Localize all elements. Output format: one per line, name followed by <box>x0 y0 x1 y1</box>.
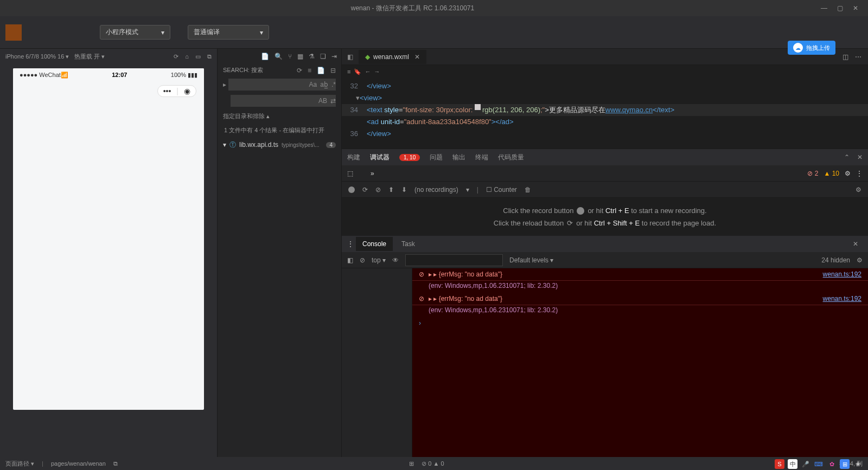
word-icon[interactable]: ab̲ <box>320 81 328 88</box>
gear-icon[interactable]: ⚙ <box>857 256 863 264</box>
scene-icon[interactable]: ⊞ <box>409 460 414 467</box>
devtools-top-tabs: 构建 调试器 1, 10 问题 输出 终端 代码质量 ⌃ ✕ <box>342 149 868 165</box>
performance-toolbar: ⟳ ⊘ ⬆ ⬇ (no recordings)▾ | ☐ Counter 🗑 ⚙ <box>342 182 868 198</box>
rotate-icon[interactable]: ▭ <box>195 53 201 60</box>
more-tabs-icon[interactable]: » <box>371 170 374 177</box>
search-icon[interactable]: 🔍 <box>275 53 283 60</box>
refresh-icon[interactable]: ⟳ <box>174 53 178 60</box>
regex-icon[interactable]: .* <box>331 81 336 88</box>
devtools-sub-tabs: ⬚ » ⊘ 2 ▲ 10 ⚙ ⋮ <box>342 165 868 182</box>
upload-badge[interactable]: ☁拖拽上传 <box>788 41 835 55</box>
tab-task[interactable]: Task <box>395 237 422 251</box>
window-title: wenan - 微信开发者工具 RC 1.06.2310071 <box>4 4 821 13</box>
gear-icon[interactable]: ⚙ <box>845 170 851 177</box>
badge-errors: 1, 10 <box>399 154 420 161</box>
popout-icon[interactable]: ⧉ <box>207 53 212 60</box>
status-path[interactable]: pages/wenan/wenan <box>51 460 106 467</box>
layers-icon[interactable]: ❏ <box>320 53 326 60</box>
search-pane: 📄 🔍 ⑂ ▦ ⚗ ❏ ⇥ SEARCH: 搜索 ⟳ ≡ 📄 ⊟ ▸ Aaab̲… <box>217 49 342 457</box>
chevron-down-icon: ▾ <box>223 141 226 149</box>
bookmark-icon[interactable]: 🔖 <box>354 68 361 75</box>
chevron-right-icon[interactable]: ▸ <box>223 81 226 88</box>
tab-output[interactable]: 输出 <box>452 153 465 162</box>
list-icon[interactable]: ≡ <box>347 68 350 75</box>
eye-icon[interactable]: 👁 <box>392 256 399 264</box>
tab-debugger[interactable]: 调试器 <box>370 153 390 162</box>
grid-icon[interactable]: ▦ <box>297 53 303 60</box>
device-select[interactable]: iPhone 6/7/8 100% 16 ▾ <box>5 53 69 60</box>
clear-search-icon[interactable]: ≡ <box>308 67 311 74</box>
tab-quality[interactable]: 代码质量 <box>498 153 524 162</box>
clear-icon[interactable]: ⊘ <box>375 186 381 194</box>
case-icon[interactable]: Aa <box>309 81 317 88</box>
record-icon[interactable] <box>348 186 355 193</box>
back-icon[interactable]: ← <box>365 68 371 75</box>
close-icon[interactable]: ✕ <box>853 4 858 12</box>
context-select[interactable]: top ▾ <box>372 256 386 264</box>
beaker-icon[interactable]: ⚗ <box>309 53 315 60</box>
forward-icon[interactable]: → <box>374 68 380 75</box>
gear-icon[interactable]: ⚙ <box>856 186 861 194</box>
tab-problems[interactable]: 问题 <box>430 153 443 162</box>
file-icon[interactable]: 📄 <box>261 53 269 60</box>
editor-tab[interactable]: ◆ wenan.wxml ✕ <box>359 50 426 64</box>
chevron-up-icon[interactable]: ⌃ <box>844 153 850 161</box>
minimize-icon[interactable]: — <box>821 4 827 12</box>
status-bar: 页面路径 ▾ | pages/wenan/wenan ⧉ ⊞ ⊘ 0 ▲ 0 行… <box>0 457 868 470</box>
close-tab-icon[interactable]: ✕ <box>414 53 420 61</box>
more-icon[interactable]: ••• <box>163 87 171 95</box>
code-editor[interactable]: 32</view> ▾<view> 34<text style="font-si… <box>342 78 868 149</box>
close-drawer-icon[interactable]: ✕ <box>848 240 863 248</box>
clear-console-icon[interactable]: ⊘ <box>360 256 365 264</box>
search-file[interactable]: ▾ Ⓣ lib.wx.api.d.ts typings\types\... 4 <box>218 138 341 152</box>
download-icon[interactable]: ⬇ <box>401 186 407 194</box>
tab-console[interactable]: Console <box>356 237 393 251</box>
trash-icon[interactable]: 🗑 <box>525 186 531 194</box>
reload-icon[interactable]: ⟳ <box>362 186 368 194</box>
compile-select[interactable]: 普通编译▾ <box>188 25 269 40</box>
hidden-count[interactable]: 24 hidden <box>821 256 850 264</box>
sidebar-icon[interactable]: ◧ <box>347 256 353 264</box>
sogou-icon[interactable]: S <box>775 459 784 469</box>
status-path-label[interactable]: 页面路径 ▾ <box>5 460 34 468</box>
more-icon[interactable]: ⋯ <box>855 53 861 61</box>
filter-input[interactable] <box>405 254 503 266</box>
new-file-icon[interactable]: 📄 <box>317 67 325 74</box>
replace-all-icon[interactable]: ⇄ <box>330 97 336 105</box>
breadcrumbs[interactable]: ≡ 🔖 ← → <box>342 65 868 78</box>
title-bar: wenan - 微信开发者工具 RC 1.06.2310071 — ▢ ✕ <box>0 0 868 16</box>
simulator-pane: iPhone 6/7/8 100% 16 ▾ 热重载 开 ▾ ⟳ ⌂ ▭ ⧉ ●… <box>0 49 217 457</box>
collapse-icon[interactable]: ⇥ <box>331 53 337 60</box>
levels-select[interactable]: Default levels ▾ <box>509 256 553 264</box>
avatar[interactable] <box>5 24 22 41</box>
performance-empty: Click the record buttonor hit Ctrl + E t… <box>342 198 868 236</box>
upload-icon[interactable]: ⬆ <box>388 186 394 194</box>
close-panel-icon[interactable]: ✕ <box>857 153 863 161</box>
main-toolbar: 小程序模式▾ 普通编译▾ <box>0 16 868 49</box>
explorer-icon[interactable]: ◧ <box>342 53 359 61</box>
refresh-search-icon[interactable]: ⟳ <box>297 67 302 74</box>
maximize-icon[interactable]: ▢ <box>837 4 843 12</box>
tab-terminal[interactable]: 终端 <box>475 153 488 162</box>
kebab-icon[interactable]: ⋮ <box>856 170 863 177</box>
collapse-all-icon[interactable]: ⊟ <box>330 67 336 74</box>
filter-toggle[interactable]: 指定目录和排除 ▴ <box>223 112 270 120</box>
inspect-icon[interactable]: ⬚ <box>347 170 353 177</box>
mode-select[interactable]: 小程序模式▾ <box>100 25 170 40</box>
home-icon[interactable]: ⌂ <box>185 53 189 60</box>
status-errors[interactable]: ⊘ 0 ▲ 0 <box>422 460 444 467</box>
console-log[interactable]: ⊘▸ ▸ {errMsg: "no ad data"}wenan.ts:192 … <box>412 268 868 457</box>
capsule-button[interactable]: ••• | ◉ <box>157 85 196 97</box>
search-summary: 1 文件中有 4 个结果 - 在编辑器中打开 <box>218 123 341 138</box>
phone-frame: ●●●●● WeChat📶 12:07 100% ▮▮▮ ••• | ◉ <box>13 68 204 410</box>
kebab-icon[interactable]: ⋮ <box>347 240 354 248</box>
target-icon[interactable]: ◉ <box>184 87 190 95</box>
preserve-case-icon[interactable]: AB <box>318 97 327 105</box>
split-icon[interactable]: ◫ <box>843 53 848 61</box>
copy-icon[interactable]: ⧉ <box>113 460 118 467</box>
cloud-icon: ☁ <box>793 43 803 53</box>
hot-reload-toggle[interactable]: 热重载 开 ▾ <box>74 53 105 61</box>
branch-icon[interactable]: ⑂ <box>288 53 292 60</box>
search-label: SEARCH: 搜索 <box>223 66 263 74</box>
tab-build[interactable]: 构建 <box>347 153 360 162</box>
